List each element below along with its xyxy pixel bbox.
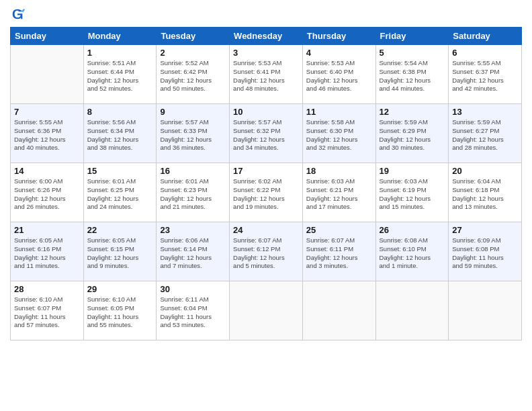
day-info: Sunrise: 6:05 AMSunset: 6:15 PMDaylight:… <box>87 236 153 271</box>
day-number: 22 <box>87 225 153 235</box>
day-info: Sunrise: 5:55 AMSunset: 6:37 PMDaylight:… <box>452 59 518 93</box>
calendar-cell: 13Sunrise: 5:59 AMSunset: 6:27 PMDayligh… <box>449 104 522 163</box>
day-number: 18 <box>306 166 372 176</box>
calendar-cell: 22Sunrise: 6:05 AMSunset: 6:15 PMDayligh… <box>83 222 157 281</box>
day-number: 26 <box>380 225 445 235</box>
calendar-cell <box>375 281 449 340</box>
day-info: Sunrise: 5:53 AMSunset: 6:41 PMDaylight:… <box>233 59 299 93</box>
calendar-cell: 8Sunrise: 5:56 AMSunset: 6:34 PMDaylight… <box>83 104 157 163</box>
day-number: 13 <box>452 107 518 117</box>
day-info: Sunrise: 5:53 AMSunset: 6:40 PMDaylight:… <box>306 59 372 93</box>
day-number: 21 <box>14 225 80 235</box>
calendar-header-tuesday: Tuesday <box>157 28 230 45</box>
calendar-header-sunday: Sunday <box>11 28 84 45</box>
calendar-cell: 19Sunrise: 6:03 AMSunset: 6:19 PMDayligh… <box>375 163 449 222</box>
day-info: Sunrise: 6:10 AMSunset: 6:05 PMDaylight:… <box>87 295 153 330</box>
day-info: Sunrise: 6:10 AMSunset: 6:07 PMDaylight:… <box>14 295 80 330</box>
calendar-cell: 30Sunrise: 6:11 AMSunset: 6:04 PMDayligh… <box>157 281 230 340</box>
calendar-week-row: 1Sunrise: 5:51 AMSunset: 6:44 PMDaylight… <box>11 45 522 104</box>
day-number: 4 <box>306 48 372 58</box>
day-info: Sunrise: 6:05 AMSunset: 6:16 PMDaylight:… <box>14 236 80 271</box>
day-info: Sunrise: 6:07 AMSunset: 6:11 PMDaylight:… <box>306 236 372 271</box>
calendar-cell: 20Sunrise: 6:04 AMSunset: 6:18 PMDayligh… <box>449 163 522 222</box>
calendar-cell: 28Sunrise: 6:10 AMSunset: 6:07 PMDayligh… <box>11 281 84 340</box>
day-info: Sunrise: 6:11 AMSunset: 6:04 PMDaylight:… <box>160 295 226 330</box>
calendar-cell: 25Sunrise: 6:07 AMSunset: 6:11 PMDayligh… <box>302 222 375 281</box>
day-info: Sunrise: 6:01 AMSunset: 6:25 PMDaylight:… <box>87 177 153 212</box>
day-number: 5 <box>380 48 445 58</box>
calendar-cell: 10Sunrise: 5:57 AMSunset: 6:32 PMDayligh… <box>230 104 303 163</box>
calendar-cell <box>230 281 303 340</box>
calendar-cell: 5Sunrise: 5:54 AMSunset: 6:38 PMDaylight… <box>375 45 449 104</box>
page-container: SundayMondayTuesdayWednesdayThursdayFrid… <box>0 0 532 411</box>
day-info: Sunrise: 6:01 AMSunset: 6:23 PMDaylight:… <box>160 177 226 212</box>
calendar-cell: 21Sunrise: 6:05 AMSunset: 6:16 PMDayligh… <box>11 222 84 281</box>
day-number: 7 <box>14 107 80 117</box>
header <box>10 7 522 21</box>
calendar-cell <box>302 281 375 340</box>
calendar-cell: 16Sunrise: 6:01 AMSunset: 6:23 PMDayligh… <box>157 163 230 222</box>
day-info: Sunrise: 6:07 AMSunset: 6:12 PMDaylight:… <box>233 236 299 271</box>
day-number: 27 <box>452 225 518 235</box>
calendar-header-saturday: Saturday <box>449 28 522 45</box>
day-number: 12 <box>380 107 445 117</box>
day-number: 19 <box>380 166 445 176</box>
day-number: 14 <box>14 166 80 176</box>
day-info: Sunrise: 6:06 AMSunset: 6:14 PMDaylight:… <box>160 236 226 271</box>
calendar-week-row: 21Sunrise: 6:05 AMSunset: 6:16 PMDayligh… <box>11 222 522 281</box>
calendar-cell: 2Sunrise: 5:52 AMSunset: 6:42 PMDaylight… <box>157 45 230 104</box>
day-number: 25 <box>306 225 372 235</box>
calendar-cell: 12Sunrise: 5:59 AMSunset: 6:29 PMDayligh… <box>375 104 449 163</box>
day-info: Sunrise: 5:57 AMSunset: 6:32 PMDaylight:… <box>233 118 299 152</box>
day-info: Sunrise: 5:51 AMSunset: 6:44 PMDaylight:… <box>87 59 153 93</box>
day-number: 20 <box>452 166 518 176</box>
calendar-cell: 7Sunrise: 5:55 AMSunset: 6:36 PMDaylight… <box>11 104 84 163</box>
day-number: 23 <box>160 225 226 235</box>
calendar-cell: 23Sunrise: 6:06 AMSunset: 6:14 PMDayligh… <box>157 222 230 281</box>
day-number: 11 <box>306 107 372 117</box>
day-info: Sunrise: 5:52 AMSunset: 6:42 PMDaylight:… <box>160 59 226 93</box>
calendar-cell: 4Sunrise: 5:53 AMSunset: 6:40 PMDaylight… <box>302 45 375 104</box>
day-number: 29 <box>87 284 153 294</box>
day-number: 24 <box>233 225 299 235</box>
calendar-week-row: 14Sunrise: 6:00 AMSunset: 6:26 PMDayligh… <box>11 163 522 222</box>
day-number: 1 <box>87 48 153 58</box>
calendar-header-thursday: Thursday <box>302 28 375 45</box>
calendar-cell: 18Sunrise: 6:03 AMSunset: 6:21 PMDayligh… <box>302 163 375 222</box>
calendar-cell <box>11 45 84 104</box>
day-number: 15 <box>87 166 153 176</box>
day-info: Sunrise: 6:02 AMSunset: 6:22 PMDaylight:… <box>233 177 299 212</box>
calendar-cell: 14Sunrise: 6:00 AMSunset: 6:26 PMDayligh… <box>11 163 84 222</box>
calendar-cell: 27Sunrise: 6:09 AMSunset: 6:08 PMDayligh… <box>449 222 522 281</box>
calendar-cell: 9Sunrise: 5:57 AMSunset: 6:33 PMDaylight… <box>157 104 230 163</box>
day-info: Sunrise: 5:58 AMSunset: 6:30 PMDaylight:… <box>306 118 372 152</box>
calendar-cell: 26Sunrise: 6:08 AMSunset: 6:10 PMDayligh… <box>375 222 449 281</box>
day-number: 6 <box>452 48 518 58</box>
calendar-cell <box>449 281 522 340</box>
day-info: Sunrise: 5:55 AMSunset: 6:36 PMDaylight:… <box>14 118 80 152</box>
day-info: Sunrise: 5:56 AMSunset: 6:34 PMDaylight:… <box>87 118 153 152</box>
day-info: Sunrise: 6:08 AMSunset: 6:10 PMDaylight:… <box>380 236 445 271</box>
calendar-week-row: 7Sunrise: 5:55 AMSunset: 6:36 PMDaylight… <box>11 104 522 163</box>
day-info: Sunrise: 6:04 AMSunset: 6:18 PMDaylight:… <box>452 177 518 212</box>
day-info: Sunrise: 5:59 AMSunset: 6:27 PMDaylight:… <box>452 118 518 152</box>
calendar-cell: 15Sunrise: 6:01 AMSunset: 6:25 PMDayligh… <box>83 163 157 222</box>
day-info: Sunrise: 5:54 AMSunset: 6:38 PMDaylight:… <box>380 59 445 93</box>
day-number: 17 <box>233 166 299 176</box>
day-number: 3 <box>233 48 299 58</box>
day-number: 30 <box>160 284 226 294</box>
calendar-cell: 17Sunrise: 6:02 AMSunset: 6:22 PMDayligh… <box>230 163 303 222</box>
day-info: Sunrise: 6:03 AMSunset: 6:19 PMDaylight:… <box>380 177 445 212</box>
calendar-cell: 1Sunrise: 5:51 AMSunset: 6:44 PMDaylight… <box>83 45 157 104</box>
day-number: 10 <box>233 107 299 117</box>
day-number: 28 <box>14 284 80 294</box>
logo-icon <box>10 7 25 21</box>
day-info: Sunrise: 5:57 AMSunset: 6:33 PMDaylight:… <box>160 118 226 152</box>
calendar-cell: 24Sunrise: 6:07 AMSunset: 6:12 PMDayligh… <box>230 222 303 281</box>
calendar-header-friday: Friday <box>375 28 449 45</box>
day-number: 2 <box>160 48 226 58</box>
calendar-cell: 29Sunrise: 6:10 AMSunset: 6:05 PMDayligh… <box>83 281 157 340</box>
day-number: 9 <box>160 107 226 117</box>
logo <box>10 7 28 21</box>
day-number: 8 <box>87 107 153 117</box>
